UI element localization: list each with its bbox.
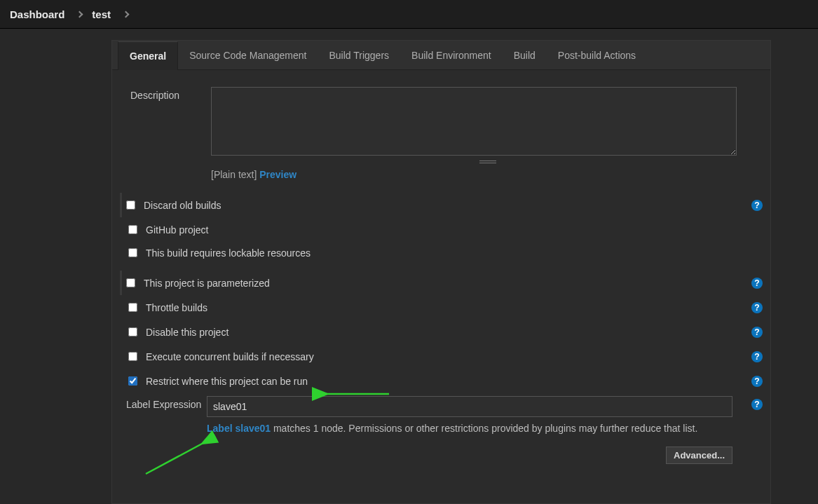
form-body: Description [Plain text] Preview Discard…: [112, 70, 770, 481]
option-discard: Discard old builds ?: [120, 193, 765, 217]
label-expression-label: Label Expression: [126, 396, 207, 410]
checkbox-disable[interactable]: [128, 327, 137, 336]
chevron-right-icon[interactable]: [76, 11, 83, 18]
help-icon[interactable]: ?: [751, 327, 763, 338]
help-icon[interactable]: ?: [751, 399, 763, 410]
option-throttle: Throttle builds ?: [122, 295, 765, 320]
breadcrumb-dashboard[interactable]: Dashboard: [10, 8, 64, 20]
help-icon[interactable]: ?: [751, 302, 763, 313]
label-discard: Discard old builds: [144, 200, 221, 211]
description-label: Description: [130, 87, 211, 101]
tab-bar: General Source Code Management Build Tri…: [112, 41, 770, 70]
option-disable: Disable this project ?: [122, 320, 765, 344]
checkbox-throttle[interactable]: [128, 303, 137, 312]
label-concurrent: Execute concurrent builds if necessary: [146, 351, 314, 362]
help-icon[interactable]: ?: [751, 351, 763, 362]
checkbox-restrict[interactable]: [128, 376, 137, 386]
label-lockable: This build requires lockable resources: [146, 247, 311, 259]
config-panel: General Source Code Management Build Tri…: [111, 40, 771, 504]
label-expression-row: Label Expression Label slave01 matches 1…: [126, 393, 765, 467]
checkbox-lockable[interactable]: [128, 248, 137, 257]
option-param: This project is parameterized ?: [120, 271, 765, 295]
advanced-button[interactable]: Advanced...: [666, 447, 732, 464]
help-icon[interactable]: ?: [751, 278, 763, 289]
help-icon[interactable]: ?: [751, 200, 763, 211]
tab-general[interactable]: General: [118, 41, 178, 70]
breadcrumb-project[interactable]: test: [92, 8, 111, 20]
option-lockable: This build requires lockable resources: [122, 242, 765, 264]
tab-triggers[interactable]: Build Triggers: [318, 41, 400, 69]
label-expression-status: Label slave01 matches 1 node. Permission…: [207, 423, 765, 434]
checkbox-discard[interactable]: [126, 200, 135, 210]
tab-env[interactable]: Build Environment: [400, 41, 503, 69]
description-input[interactable]: [211, 87, 737, 156]
checkbox-github[interactable]: [128, 225, 137, 234]
label-match-text: matches 1 node. Permissions or other res…: [271, 423, 697, 434]
chevron-right-icon[interactable]: [123, 11, 130, 18]
preview-link[interactable]: Preview: [259, 169, 296, 180]
checkbox-concurrent[interactable]: [128, 352, 137, 361]
tab-post[interactable]: Post-build Actions: [547, 41, 647, 69]
checkbox-param[interactable]: [126, 278, 135, 287]
label-throttle: Throttle builds: [146, 302, 207, 313]
tab-build[interactable]: Build: [503, 41, 547, 69]
label-github: GitHub project: [146, 224, 208, 236]
label-expression-input[interactable]: [207, 396, 732, 417]
label-disable: Disable this project: [146, 327, 229, 338]
description-row: Description [Plain text] Preview: [130, 84, 765, 183]
option-github: GitHub project: [122, 217, 765, 242]
help-icon[interactable]: ?: [751, 376, 763, 387]
label-param: This project is parameterized: [144, 278, 270, 289]
plain-text-label: [Plain text]: [211, 169, 259, 180]
option-restrict: Restrict where this project can be run ?: [122, 369, 765, 393]
resize-handle-icon[interactable]: [479, 161, 496, 163]
breadcrumb: Dashboard test: [0, 0, 818, 29]
label-match-link[interactable]: Label slave01: [207, 423, 271, 434]
option-concurrent: Execute concurrent builds if necessary ?: [122, 344, 765, 369]
description-subtext: [Plain text] Preview: [211, 169, 765, 180]
tab-scm[interactable]: Source Code Management: [178, 41, 318, 69]
label-restrict: Restrict where this project can be run: [146, 376, 308, 387]
